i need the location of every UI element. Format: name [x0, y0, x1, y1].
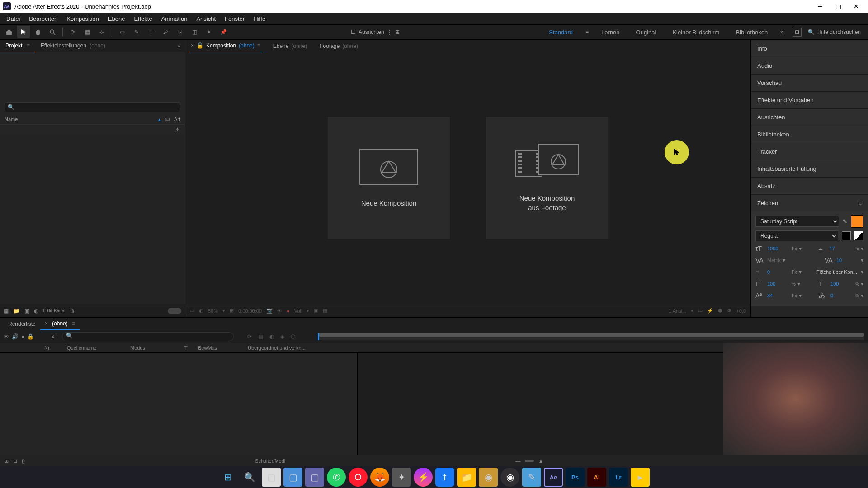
app-icon-1[interactable]: ✦ — [392, 468, 411, 487]
tab-effekteinstellungen[interactable]: Effekteinstellungen (ohne) — [35, 40, 111, 52]
menu-komposition[interactable]: Komposition — [62, 14, 104, 24]
tl-render-icon[interactable]: ⊡ — [13, 458, 17, 464]
panel-menu-icon[interactable]: ≡ — [858, 200, 862, 206]
close-button[interactable]: ✕ — [847, 0, 865, 13]
eyedropper-icon[interactable]: ✎ — [843, 218, 847, 225]
adjustment-icon[interactable]: ◐ — [34, 308, 38, 314]
res-icon[interactable]: ⊞ — [230, 308, 234, 314]
switches-label[interactable]: Schalter/Modi — [255, 458, 285, 464]
zoom-in-icon[interactable]: ▲ — [538, 458, 543, 464]
tl-eye-icon[interactable]: 👁 — [4, 333, 9, 340]
baseline-input[interactable] — [767, 291, 790, 300]
roto-tool[interactable]: ✦ — [203, 26, 215, 38]
workspace-lernen[interactable]: Lernen — [598, 27, 623, 38]
tl-frameblend-icon[interactable]: ▦ — [258, 333, 263, 340]
bitdepth-label[interactable]: 8-Bit-Kanal — [43, 308, 65, 313]
stroke-option-select[interactable]: Fläche über Kon... — [816, 269, 857, 275]
panel-effekte[interactable]: Effekte und Vorgaben — [751, 91, 868, 108]
zoom-value[interactable]: 50% — [208, 308, 218, 314]
resolution-select[interactable]: Voll — [294, 308, 302, 314]
transparency-icon[interactable]: ▦ — [323, 308, 327, 314]
teams-icon[interactable]: ▢ — [305, 468, 324, 487]
rotation-tool[interactable]: ⟳ — [66, 26, 79, 38]
maximize-button[interactable]: ▢ — [829, 0, 847, 13]
tracking-input[interactable] — [836, 256, 859, 265]
snap-grid-icon[interactable]: ⊞ — [395, 29, 400, 35]
project-bin[interactable] — [0, 135, 185, 304]
search-help-input[interactable]: Hilfe durchsuchen — [817, 29, 861, 35]
panel-bibliotheken[interactable]: Bibliotheken — [751, 126, 868, 143]
workspace-original[interactable]: Original — [632, 27, 660, 38]
selection-tool[interactable] — [17, 26, 30, 38]
snap-checkbox[interactable]: ☐ — [351, 29, 356, 35]
snap-options-icon[interactable]: ⋮ — [387, 29, 392, 35]
panel-vorschau[interactable]: Vorschau — [751, 74, 868, 91]
col-art[interactable]: Art — [170, 117, 180, 122]
kerning-select[interactable]: Metrik — [767, 258, 781, 263]
pen-tool[interactable]: ✎ — [130, 26, 143, 38]
explorer-icon[interactable]: ▢ — [283, 468, 302, 487]
panel-tracker[interactable]: Tracker — [751, 143, 868, 160]
clone-tool[interactable]: ⎘ — [174, 26, 186, 38]
timeline-layer-list[interactable] — [0, 353, 357, 455]
menu-bearbeiten[interactable]: Bearbeiten — [24, 14, 62, 24]
fast-preview-icon[interactable]: ⚡ — [707, 308, 713, 314]
brush-tool[interactable]: 🖌 — [159, 26, 172, 38]
interpret-icon[interactable]: ▦ — [4, 308, 9, 314]
font-size-input[interactable] — [767, 244, 790, 253]
snapshot-icon[interactable]: 📷 — [266, 308, 273, 314]
eraser-tool[interactable]: ◫ — [188, 26, 201, 38]
view-layout[interactable]: 1 Ansi... — [669, 308, 686, 314]
anchor-tool[interactable]: ⊹ — [95, 26, 108, 38]
timeline-search-input[interactable]: 🔍 — [62, 332, 234, 341]
font-style-select[interactable]: Regular — [755, 230, 838, 241]
zoom-slider[interactable] — [525, 460, 534, 462]
workspace-reset-icon[interactable]: ⊡ — [793, 28, 802, 37]
tab-renderliste[interactable]: Renderliste — [4, 318, 40, 330]
rect-tool[interactable]: ▭ — [116, 26, 128, 38]
tl-toggle-icon[interactable]: ⊞ — [5, 458, 9, 464]
workspace-bibliotheken[interactable]: Bibliotheken — [732, 27, 771, 38]
roi-icon[interactable]: ▣ — [314, 308, 318, 314]
photoshop-icon[interactable]: Ps — [566, 468, 585, 487]
leading-input[interactable] — [829, 244, 852, 253]
tl-solo-icon[interactable]: ● — [21, 333, 24, 340]
facebook-icon[interactable]: f — [435, 468, 454, 487]
panel-zeichen[interactable]: Zeichen≡ — [751, 194, 868, 211]
workspace-menu-icon[interactable]: ≡ — [585, 29, 589, 35]
whatsapp-icon[interactable]: ✆ — [327, 468, 346, 487]
tl-draft3d-icon[interactable]: ⬡ — [291, 333, 295, 340]
workspace-standard[interactable]: Standard — [545, 27, 576, 38]
stroke-color-swatch[interactable] — [842, 231, 851, 240]
tl-shy-icon[interactable]: ⟳ — [247, 333, 252, 340]
timecode-display[interactable]: 0:00:00:00 — [238, 308, 262, 314]
panel-info[interactable]: Info — [751, 40, 868, 57]
tl-motionblur-icon[interactable]: ◐ — [269, 333, 274, 340]
col-bewmas[interactable]: BewMas — [194, 345, 244, 351]
panel-absatz[interactable]: Absatz — [751, 177, 868, 194]
magnify-icon[interactable]: ▭ — [190, 308, 194, 314]
zoom-out-icon[interactable]: — — [515, 458, 520, 464]
project-search-input[interactable]: 🔍 — [5, 102, 180, 112]
home-tool[interactable] — [3, 26, 15, 38]
tl-label-icon[interactable]: 🏷 — [52, 333, 57, 340]
vscale-input[interactable] — [767, 279, 790, 288]
illustrator-icon[interactable]: Ai — [587, 468, 606, 487]
minimize-button[interactable]: ─ — [811, 0, 829, 13]
menu-hilfe[interactable]: Hilfe — [249, 14, 270, 24]
pixel-aspect-icon[interactable]: ▭ — [698, 308, 703, 314]
panel-overflow-icon[interactable]: » — [173, 43, 185, 49]
col-name[interactable]: Name — [5, 117, 158, 122]
search-button[interactable]: 🔍 — [240, 468, 259, 487]
new-composition-button[interactable]: Neue Komposition — [328, 117, 450, 239]
hand-tool[interactable] — [32, 26, 44, 38]
panel-ausrichten[interactable]: Ausrichten — [751, 108, 868, 126]
tab-ebene[interactable]: Ebene (ohne) — [271, 40, 309, 52]
menu-ebene[interactable]: Ebene — [104, 14, 130, 24]
start-button[interactable]: ⊞ — [218, 468, 237, 487]
tab-projekt[interactable]: Projekt ≡ — [0, 40, 35, 52]
col-modus[interactable]: Modus — [127, 345, 181, 351]
3d-icon[interactable]: ⬢ — [718, 308, 722, 314]
app-icon-3[interactable]: ✎ — [522, 468, 541, 487]
type-tool[interactable]: T — [145, 26, 157, 38]
